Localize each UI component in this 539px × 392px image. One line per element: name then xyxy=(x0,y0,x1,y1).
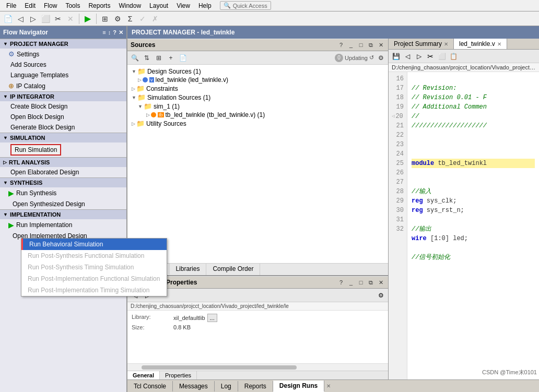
ds-label: Design Sources (1) xyxy=(147,68,201,75)
nav-open-synth[interactable]: Open Synthesized Design xyxy=(0,199,126,209)
run-btn[interactable]: ▶ xyxy=(82,13,93,25)
utility-sources-header[interactable]: ▷ 📁 Utility Sources xyxy=(127,119,388,128)
grid-btn[interactable]: ⊞ xyxy=(99,13,111,25)
cut-btn[interactable]: ✂ xyxy=(52,13,64,25)
bottom-tab-close[interactable]: ✕ xyxy=(324,382,333,390)
quick-access-label: Quick Access xyxy=(233,3,267,9)
code-paste-btn[interactable]: 📋 xyxy=(448,52,459,61)
menu-tools[interactable]: Tools xyxy=(61,1,84,10)
section-ip-integrator[interactable]: ▼ IP INTEGRATOR xyxy=(0,91,126,101)
nav-add-sources[interactable]: Add Sources xyxy=(0,60,126,70)
tb-led-item[interactable]: ▷ tb tb_led_twinkle (tb_led_twinkle.v) (… xyxy=(127,111,388,119)
code-tab-led-close[interactable]: ✕ xyxy=(497,41,501,47)
tab-libraries[interactable]: Libraries xyxy=(169,264,206,275)
bottom-tab-reports[interactable]: Reports xyxy=(238,381,273,391)
sim-menu-behavioral[interactable]: Run Behavioral Simulation xyxy=(21,239,167,250)
sources-help-icon[interactable]: ? xyxy=(337,41,345,49)
nav-ip-catalog[interactable]: ⊕ IP Catalog xyxy=(0,80,126,91)
nav-gen-block[interactable]: Generate Block Design xyxy=(0,122,126,133)
src-sort-btn[interactable]: ⇅ xyxy=(142,53,152,63)
nav-open-block[interactable]: Open Block Design xyxy=(0,112,126,122)
section-impl[interactable]: ▼ IMPLEMENTATION xyxy=(0,209,126,219)
code-copy-btn[interactable]: ⬜ xyxy=(437,52,447,61)
sum-btn[interactable]: Σ xyxy=(124,13,136,25)
section-rtl[interactable]: ▷ RTL ANALYSIS xyxy=(0,157,126,167)
sfp-min-icon[interactable]: _ xyxy=(347,278,355,287)
menu-help[interactable]: Help xyxy=(194,1,216,10)
src-gear-btn[interactable]: ⚙ xyxy=(376,53,386,63)
sources-min-icon[interactable]: _ xyxy=(347,41,355,49)
sim-sources-header[interactable]: ▼ 📁 Simulation Sources (1) xyxy=(127,93,388,102)
nav-run-sim[interactable]: Run Simulation xyxy=(0,142,126,157)
copy-btn[interactable]: ⬜ xyxy=(40,13,51,25)
undo-btn[interactable]: ◁ xyxy=(15,13,26,25)
nav-settings[interactable]: ⚙ Settings xyxy=(0,49,126,60)
nav-icon-3[interactable]: ? xyxy=(113,29,116,36)
sfp-hscroll[interactable] xyxy=(127,363,388,371)
nav-icon-1[interactable]: ≡ xyxy=(102,29,106,36)
tab-compile-order[interactable]: Compile Order xyxy=(206,264,260,275)
nav-language-templates[interactable]: Language Templates xyxy=(0,70,126,80)
impl-run-icon: ▶ xyxy=(8,221,14,229)
menu-window[interactable]: Window xyxy=(114,1,145,10)
section-synthesis[interactable]: ▼ SYNTHESIS xyxy=(0,177,126,187)
code-tab-summary-close[interactable]: ✕ xyxy=(444,41,448,47)
sfp-close-icon[interactable]: ✕ xyxy=(377,278,385,287)
code-redo-btn[interactable]: ▷ xyxy=(414,52,424,61)
quick-access-box[interactable]: 🔍 Quick Access xyxy=(220,1,271,10)
section-project-manager[interactable]: ▼ PROJECT MANAGER xyxy=(0,39,126,49)
sfp-tab-properties[interactable]: Properties xyxy=(160,371,197,379)
code-editor[interactable]: 16 17 18 19 ◁20 21 22 23 24 25 26 27 28 … xyxy=(389,72,539,379)
src-file-btn[interactable]: 📄 xyxy=(178,53,188,63)
new-btn[interactable]: 📄 xyxy=(2,13,14,25)
code-content[interactable]: // Revision: // Revision 0.01 - F // Add… xyxy=(407,72,539,379)
nav-run-impl[interactable]: ▶ Run Implementation xyxy=(0,219,126,231)
menu-layout[interactable]: Layout xyxy=(145,1,172,10)
run-sim-button[interactable]: Run Simulation xyxy=(10,144,61,156)
sfp-tab-general[interactable]: General xyxy=(127,371,160,379)
refresh-icon[interactable]: ↺ xyxy=(369,54,374,61)
delete-btn[interactable]: ✕ xyxy=(65,13,76,25)
sfp-library-btn[interactable]: ... xyxy=(207,314,217,322)
menu-reports[interactable]: Reports xyxy=(84,1,114,10)
led-twinkle-item[interactable]: ▷ v led_twinkle (led_twinkle.v) xyxy=(127,76,388,84)
code-tab-led[interactable]: led_twinkle.v ✕ xyxy=(454,39,507,49)
menu-view[interactable]: View xyxy=(172,1,194,10)
sfp-float-icon[interactable]: ⧉ xyxy=(367,278,375,287)
sfp-help-icon[interactable]: ? xyxy=(337,278,345,287)
check-btn[interactable]: ✓ xyxy=(137,13,148,25)
sources-float-icon[interactable]: ⧉ xyxy=(367,41,375,49)
sfp-hscroll-thumb[interactable] xyxy=(142,365,297,370)
code-save-btn[interactable]: 💾 xyxy=(391,52,401,61)
menu-edit[interactable]: Edit xyxy=(20,1,40,10)
section-simulation[interactable]: ▼ SIMULATION xyxy=(0,133,126,142)
nav-icon-close[interactable]: ✕ xyxy=(119,29,123,36)
design-sources-header[interactable]: ▼ 📁 Design Sources (1) xyxy=(127,67,388,76)
src-add-btn[interactable]: + xyxy=(166,53,176,63)
nav-icon-2[interactable]: ↕ xyxy=(108,29,111,36)
code-cut-btn[interactable]: ✂ xyxy=(425,52,436,61)
menu-flow[interactable]: Flow xyxy=(40,1,61,10)
sfp-max-icon[interactable]: □ xyxy=(357,278,365,287)
settings-btn[interactable]: ⚙ xyxy=(112,13,123,25)
sources-close-icon[interactable]: ✕ xyxy=(377,41,385,49)
nav-run-synth[interactable]: ▶ Run Synthesis xyxy=(0,187,126,199)
bottom-tab-messages[interactable]: Messages xyxy=(173,381,215,391)
x-btn[interactable]: ✗ xyxy=(149,13,161,25)
code-undo-btn[interactable]: ◁ xyxy=(402,52,413,61)
sim1-header[interactable]: ▼ 📁 sim_1 (1) xyxy=(127,102,388,111)
bottom-tab-log[interactable]: Log xyxy=(215,381,238,391)
sfp-gear-btn[interactable]: ⚙ xyxy=(376,291,386,300)
bottom-tab-design-runs[interactable]: Design Runs xyxy=(273,381,324,392)
src-search-btn[interactable]: 🔍 xyxy=(130,53,140,63)
code-tab-summary[interactable]: Project Summary ✕ xyxy=(389,39,454,49)
redo-btn[interactable]: ▷ xyxy=(27,13,39,25)
constraints-header[interactable]: ▷ 📁 Constraints xyxy=(127,84,388,93)
sources-max-icon[interactable]: □ xyxy=(357,41,365,49)
bottom-tab-tcl[interactable]: Tcl Console xyxy=(127,381,173,391)
nav-create-block[interactable]: Create Block Design xyxy=(0,101,126,112)
menu-file[interactable]: File xyxy=(2,1,20,10)
nav-open-elab[interactable]: Open Elaborated Design xyxy=(0,167,126,177)
src-expand-btn[interactable]: ⊞ xyxy=(154,53,164,63)
main-layout: Flow Navigator ≡ ↕ ? ✕ ▼ PROJECT MANAGER… xyxy=(0,26,539,392)
